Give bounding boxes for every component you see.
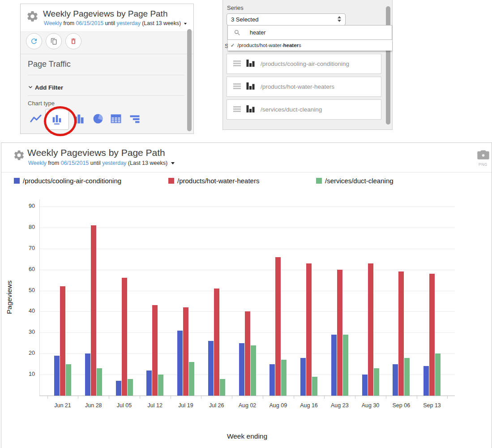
y-tick-label: 90 — [21, 203, 35, 209]
frequency-link[interactable]: Weekly — [44, 20, 62, 26]
x-tick-label: Aug 30 — [355, 402, 386, 409]
start-date-link[interactable]: 06/15/2015 — [61, 160, 89, 166]
x-tick-label: Aug 16 — [294, 402, 324, 409]
drag-handle-icon[interactable] — [233, 83, 241, 90]
editor-panel: Weekly Pageviews by Page Path Weekly fro… — [20, 4, 194, 134]
copy-icon — [50, 38, 58, 45]
editor-scrollbar[interactable] — [187, 29, 192, 131]
table-icon[interactable] — [109, 112, 123, 125]
chevron-down-icon[interactable] — [184, 23, 187, 25]
y-tick-label: 70 — [21, 245, 35, 251]
x-tick-mark — [324, 396, 325, 399]
chevron-down-icon[interactable] — [171, 162, 175, 164]
series-search-box — [227, 25, 392, 40]
x-tick-mark — [232, 396, 232, 399]
series-label: Series — [227, 4, 244, 11]
funnel-chart-icon[interactable] — [128, 112, 141, 125]
x-tick-mark — [171, 396, 171, 399]
series-card[interactable]: /services/duct-cleaning — [227, 99, 381, 120]
x-tick-label: Jul 05 — [109, 402, 140, 409]
bar-aug16-s1 — [306, 263, 312, 396]
legend-swatch — [14, 178, 20, 184]
duplicate-button[interactable] — [46, 33, 62, 49]
y-tick-label: 60 — [21, 266, 35, 272]
y-tick-label: 50 — [21, 287, 35, 293]
pie-chart-icon[interactable] — [91, 112, 105, 125]
series-select[interactable]: 3 Selected — [227, 13, 346, 26]
x-tick-mark — [47, 396, 48, 399]
result-suffix: s — [299, 43, 301, 48]
add-filter-label: Add Filter — [35, 84, 63, 91]
line-chart-icon[interactable] — [29, 112, 43, 125]
x-tick-mark — [447, 396, 448, 399]
bar-aug30-s1 — [368, 263, 373, 396]
series-card-label: /products/cooling-air-conditioning — [261, 60, 349, 67]
mini-bar-chart-icon — [246, 105, 255, 113]
series-card[interactable]: /products/cooling-air-conditioning — [227, 54, 381, 74]
series-card-label: /services/duct-cleaning — [261, 106, 322, 113]
bar-sep13-s0 — [424, 366, 429, 396]
series-panel: Series 3 Selected S ✓ /products/hot-wate… — [222, 0, 393, 130]
bar-jun21-s0 — [54, 356, 60, 396]
bar-aug02-s1 — [245, 311, 250, 396]
camera-icon — [477, 150, 489, 160]
end-date-link[interactable]: yesterday — [116, 20, 140, 26]
series-card[interactable]: /products/hot-water-heaters — [227, 77, 381, 97]
x-tick-mark — [78, 396, 78, 399]
frequency-link[interactable]: Weekly — [28, 160, 47, 166]
x-tick-label: Jun 28 — [78, 402, 109, 409]
x-tick-mark — [263, 396, 263, 399]
bar-aug23-s2 — [343, 335, 348, 396]
png-label: PNG — [474, 162, 492, 167]
x-tick-mark — [386, 396, 386, 399]
series-search-input[interactable] — [249, 29, 392, 36]
gear-icon[interactable] — [13, 149, 25, 163]
mini-bar-chart-icon — [246, 82, 255, 90]
subtitle-text: from — [47, 160, 61, 166]
drag-handle-icon[interactable] — [233, 106, 241, 113]
refresh-icon — [30, 37, 38, 45]
gridline — [39, 249, 455, 249]
trash-icon — [70, 38, 77, 45]
bar-jul26-s1 — [214, 289, 219, 396]
add-filter-toggle[interactable]: Add Filter — [27, 84, 63, 91]
gear-icon[interactable] — [26, 10, 39, 25]
search-result-option[interactable]: ✓ /products/hot-water-heaters — [228, 40, 392, 51]
drag-handle-icon[interactable] — [233, 60, 241, 67]
series-card-label: /products/hot-water-heaters — [261, 83, 334, 90]
start-date-link[interactable]: 06/15/2015 — [76, 20, 104, 26]
y-tick-label: 20 — [21, 350, 35, 356]
legend-item[interactable]: /products/hot-water-heaters — [168, 177, 259, 185]
bar-aug02-s2 — [251, 345, 256, 396]
search-icon — [234, 29, 241, 36]
bar-aug30-s2 — [374, 368, 379, 396]
bar-jul12-s1 — [152, 305, 158, 396]
bar-aug09-s0 — [270, 364, 275, 396]
series-scrollbar[interactable] — [386, 6, 390, 125]
x-tick-label: Sep 06 — [386, 402, 416, 409]
bar-aug16-s2 — [312, 377, 317, 396]
y-tick-label: 10 — [21, 371, 35, 377]
gridline — [39, 270, 455, 270]
x-tick-mark — [109, 396, 109, 399]
bar-aug09-s2 — [281, 360, 287, 396]
widget-subtitle: Weekly from 06/15/2015 until yesterday (… — [44, 20, 187, 26]
series-select-value: 3 Selected — [231, 16, 258, 23]
chart-type-label: Chart type — [28, 100, 55, 107]
y-axis-title: Pageviews — [4, 199, 14, 396]
refresh-button[interactable] — [26, 33, 42, 49]
end-date-link[interactable]: yesterday — [102, 160, 126, 166]
bar-aug23-s1 — [337, 270, 342, 396]
legend-label: /services/duct-cleaning — [325, 177, 394, 185]
page-title: Weekly Pageviews by Page Path — [27, 147, 165, 158]
delete-button[interactable] — [65, 33, 81, 49]
x-tick-mark — [201, 396, 201, 399]
export-png-button[interactable]: PNG — [474, 150, 492, 167]
x-tick-mark — [417, 396, 417, 399]
legend-item[interactable]: /products/cooling-air-conditioning — [14, 177, 121, 185]
bar-sep13-s2 — [435, 353, 441, 396]
legend-item[interactable]: /services/duct-cleaning — [316, 177, 394, 185]
bar-sep06-s1 — [398, 271, 404, 396]
chevron-down-icon — [27, 84, 34, 91]
bar-jul19-s0 — [177, 331, 183, 396]
